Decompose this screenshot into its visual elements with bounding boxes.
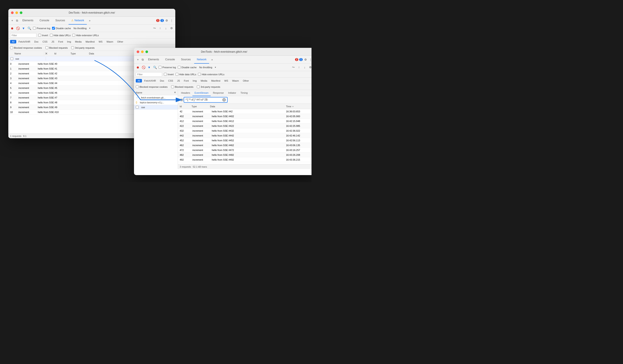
more-tabs-1[interactable]: » (88, 17, 92, 25)
close-button-2[interactable] (137, 50, 139, 53)
tab-network-2[interactable]: Network (194, 56, 209, 64)
type-css-2[interactable]: CSS (167, 79, 175, 82)
stream-row-422[interactable]: 422 increment hello from SSE #422 16:42:… (178, 123, 312, 128)
type-fetch-1[interactable]: Fetch/XHR (17, 40, 32, 43)
maximize-button-1[interactable] (20, 11, 22, 14)
stream-row-472[interactable]: 472 increment hello from SSE #472 16:43:… (178, 148, 312, 152)
type-doc-1[interactable]: Doc (33, 40, 40, 43)
type-css-1[interactable]: CSS (41, 40, 49, 43)
type-all-1[interactable]: All (10, 40, 16, 43)
hide-data-urls-1[interactable]: Hide data URLs (50, 34, 71, 37)
blocked-response-cb-1[interactable]: Blocked response cookies (10, 46, 42, 49)
request-row-topics[interactable]: {} topics-taxonomy-v1.j... (134, 100, 178, 105)
download-icon-2[interactable]: ↓ (303, 65, 307, 69)
invert-cb-2[interactable]: Invert (164, 73, 174, 76)
filter-input-2[interactable] (136, 72, 162, 77)
type-ws-2[interactable]: WS (222, 79, 230, 82)
regex-clear-btn[interactable]: ✕ (222, 98, 226, 101)
type-col-header-1[interactable]: Type (70, 52, 88, 55)
stream-row-432[interactable]: 432 increment hello from SSE #432 16:42:… (178, 128, 312, 133)
name-col-header-1[interactable]: Name (15, 52, 43, 55)
close-col-2[interactable]: ✕ (174, 91, 176, 94)
type-media-2[interactable]: Media (199, 79, 209, 82)
minimize-button-1[interactable] (15, 11, 18, 14)
more-tabs-2[interactable]: » (210, 56, 214, 64)
tab-elements-2[interactable]: Elements (145, 56, 162, 64)
clear-btn-1[interactable]: 🚫 (16, 26, 20, 30)
third-party-cb-1[interactable]: 3rd-party requests (71, 46, 94, 49)
type-font-2[interactable]: Font (182, 79, 190, 82)
third-party-cb-2[interactable]: 3rd-party requests (197, 85, 220, 88)
clear-btn-2[interactable]: 🚫 (141, 65, 145, 69)
response-tab-2[interactable]: Response (211, 90, 226, 96)
filter-input-1[interactable] (10, 33, 37, 38)
wifi-icon-1[interactable]: 〜 (153, 26, 156, 30)
type-img-1[interactable]: Img (65, 40, 73, 43)
tab-sources-1[interactable]: Sources (53, 17, 68, 25)
tab-sources-2[interactable]: Sources (178, 56, 193, 64)
maximize-button-2[interactable] (145, 50, 148, 53)
headers-tab-2[interactable]: Headers (179, 90, 192, 96)
blocked-requests-cb-2[interactable]: Blocked requests (171, 85, 193, 88)
stream-row-492[interactable]: 492 increment hello from SSE #492 16:43:… (178, 157, 312, 162)
upload-icon-2[interactable]: ↑ (297, 65, 301, 69)
request-row-fetch[interactable]: 📄 fetch-eventstream.gli... (134, 95, 178, 100)
throttle-select-1[interactable]: No throttling (73, 27, 88, 30)
tab-elements-1[interactable]: Elements (20, 17, 36, 25)
type-img-2[interactable]: Img (191, 79, 198, 82)
disable-cache-cb-2[interactable] (178, 66, 180, 69)
type-font-1[interactable]: Font (56, 40, 65, 43)
type-all-2[interactable]: All (136, 79, 142, 82)
stream-row-412[interactable]: 412 increment hello from SSE #412 16:42:… (178, 119, 312, 123)
funnel-btn-1[interactable]: ▼ (22, 26, 25, 30)
cursor-icon-1[interactable]: ⌖ (10, 19, 14, 23)
type-manifest-2[interactable]: Manifest (209, 79, 222, 82)
type-doc-2[interactable]: Doc (158, 79, 166, 82)
stream-row-42[interactable]: 42 increment hello from SSE #42 16:36:03… (178, 109, 312, 114)
stream-row-402[interactable]: 402 increment hello from SSE #402 16:42:… (178, 114, 312, 119)
funnel-btn-2[interactable]: ▼ (147, 65, 151, 69)
id-col-header-1[interactable]: Id (54, 52, 70, 55)
preserve-log-cb-2[interactable] (159, 66, 161, 69)
timing-tab-2[interactable]: Timing (238, 90, 250, 96)
request-row-sse[interactable]: sse (134, 105, 178, 110)
initiator-tab-2[interactable]: Initiator (226, 90, 238, 96)
stream-row-452[interactable]: 452 increment hello from SSE #452 16:42:… (178, 138, 312, 143)
invert-cb-1[interactable]: Invert (38, 34, 48, 37)
sse-checkbox-1[interactable] (10, 57, 14, 60)
minimize-button-2[interactable] (141, 50, 144, 53)
sse-checkbox-2[interactable] (136, 106, 139, 109)
more-icon-1[interactable]: ⋮ (170, 19, 174, 23)
hide-ext-urls-2[interactable]: Hide extension URLs (198, 73, 224, 76)
stop-btn-1[interactable]: ⏺ (10, 26, 14, 30)
upload-icon-1[interactable]: ↑ (158, 26, 162, 30)
stop-btn-2[interactable]: ⏺ (136, 65, 140, 69)
stream-row-482[interactable]: 482 increment hello from SSE #482 16:43:… (178, 152, 312, 157)
blocked-response-cb-2[interactable]: Blocked response cookies (136, 85, 168, 88)
search-btn-2[interactable]: 🔍 (153, 65, 157, 69)
search-btn-1[interactable]: 🔍 (27, 26, 31, 30)
blocked-requests-cb-1[interactable]: Blocked requests (45, 46, 68, 49)
hide-ext-urls-1[interactable]: Hide extension URLs (72, 34, 99, 37)
download-icon-1[interactable]: ↓ (164, 26, 168, 30)
stream-row-442[interactable]: 442 increment hello from SSE #442 16:42:… (178, 133, 312, 138)
wifi-icon-2[interactable]: 〜 (291, 65, 295, 69)
close-button-1[interactable] (11, 11, 14, 14)
layers-icon-2[interactable]: ⧉ (141, 58, 145, 62)
disable-cache-cb-1[interactable] (52, 27, 55, 30)
settings-icon-2[interactable]: ⚙ (304, 58, 308, 62)
preserve-log-label-2[interactable]: Preserve log (159, 66, 176, 69)
type-js-1[interactable]: JS (50, 40, 56, 43)
settings2-icon-2[interactable]: ⚙ (309, 65, 312, 69)
preserve-log-cb-1[interactable] (33, 27, 36, 30)
cancel-filter-icon[interactable]: ⊘ (180, 98, 184, 102)
type-wasm-2[interactable]: Wasm (230, 79, 241, 82)
close-col-1[interactable]: ✕ (45, 52, 52, 55)
layers-icon-1[interactable]: ⧉ (15, 19, 19, 23)
regex-filter-input[interactable] (185, 98, 222, 101)
disable-cache-label-1[interactable]: Disable cache (52, 27, 71, 30)
cursor-icon-2[interactable]: ⌖ (136, 58, 140, 62)
tab-console-1[interactable]: Console (37, 17, 52, 25)
type-js-2[interactable]: JS (175, 79, 182, 82)
settings2-icon-1[interactable]: ⚙ (170, 26, 174, 30)
